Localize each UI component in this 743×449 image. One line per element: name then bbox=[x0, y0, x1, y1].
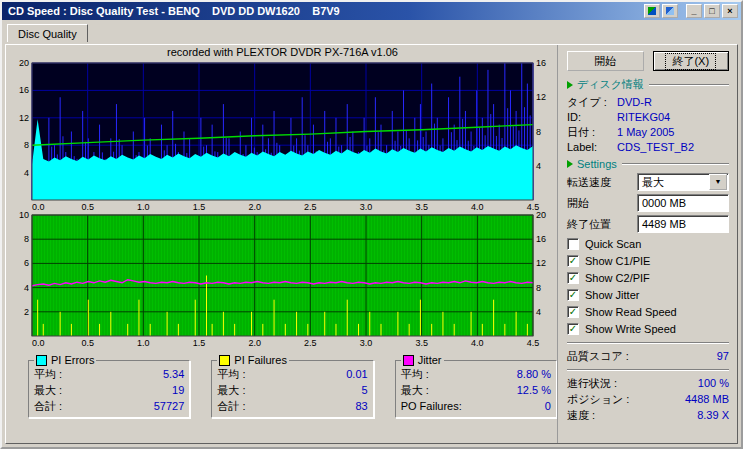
speed-row: 速度 :8.39 X bbox=[567, 407, 729, 423]
field-label: 進行状況 : bbox=[567, 375, 617, 391]
legend-row-total: 合計 :83 bbox=[217, 398, 367, 414]
section-arrow-icon bbox=[567, 81, 573, 89]
section-arrow-icon bbox=[567, 160, 573, 168]
checkbox-quick-scan[interactable]: Quick Scan bbox=[567, 236, 729, 252]
jitter-legend-box: Jitter 平均 :8.80 % 最大 :12.5 % PO Failures… bbox=[395, 354, 557, 418]
row-value: 0 bbox=[545, 398, 551, 414]
svg-text:4: 4 bbox=[24, 283, 29, 293]
legend-row-avg: 平均 :5.34 bbox=[34, 366, 184, 382]
tab-disc-quality[interactable]: Disc Quality bbox=[7, 24, 88, 42]
checkbox-icon[interactable]: ✓ bbox=[567, 289, 579, 301]
jitter-swatch bbox=[403, 355, 414, 366]
checkbox-icon[interactable]: ✓ bbox=[567, 272, 579, 284]
svg-text:4.5: 4.5 bbox=[527, 202, 540, 212]
start-position-row: 開始 0000 MB bbox=[567, 194, 729, 212]
field-value: 1 May 2005 bbox=[617, 125, 674, 140]
svg-text:0.5: 0.5 bbox=[81, 338, 94, 348]
titlebar[interactable]: CD Speed : Disc Quality Test - BENQ DVD … bbox=[2, 2, 741, 20]
speed-select-value: 最大 bbox=[638, 174, 709, 190]
svg-text:4: 4 bbox=[536, 307, 541, 317]
exit-button-label: 終了(X) bbox=[665, 53, 716, 70]
row-label: 最大 : bbox=[217, 382, 245, 398]
field-label: 終了位置 bbox=[567, 216, 611, 232]
speed-select[interactable]: 最大 ▼ bbox=[637, 173, 729, 191]
svg-text:4.0: 4.0 bbox=[471, 202, 484, 212]
divider bbox=[567, 342, 729, 344]
charts-column: recorded with PLEXTOR DVDR PX-716A v1.06… bbox=[6, 45, 557, 443]
window-title: CD Speed : Disc Quality Test - BENQ DVD … bbox=[5, 5, 642, 17]
settings-header: Settings bbox=[567, 158, 729, 170]
section-title: ディスク情報 bbox=[577, 77, 644, 92]
exit-button[interactable]: 終了(X) bbox=[653, 51, 730, 71]
close-icon: × bbox=[727, 6, 732, 16]
svg-text:8: 8 bbox=[24, 234, 29, 244]
checkbox-label: Show C2/PIF bbox=[585, 270, 650, 286]
pi-failures-swatch bbox=[219, 355, 230, 366]
checkbox-show-c1-pie[interactable]: ✓Show C1/PIE bbox=[567, 253, 729, 269]
legend-row-max: 最大 :19 bbox=[34, 382, 184, 398]
minimize-button[interactable]: _ bbox=[686, 4, 702, 18]
progress-row: 進行状況 :100 % bbox=[567, 375, 729, 391]
close-button[interactable]: × bbox=[722, 4, 738, 18]
checkbox-icon[interactable]: ✓ bbox=[567, 255, 579, 267]
pi-errors-swatch bbox=[36, 355, 47, 366]
row-label: 合計 : bbox=[34, 398, 62, 414]
row-value: 19 bbox=[172, 382, 184, 398]
checkbox-show-c2-pif[interactable]: ✓Show C2/PIF bbox=[567, 270, 729, 286]
divider bbox=[567, 369, 729, 371]
checkbox-icon[interactable]: ✓ bbox=[567, 323, 579, 335]
disc-label-row: Label:CDS_TEST_B2 bbox=[567, 140, 729, 155]
svg-text:1.0: 1.0 bbox=[137, 338, 150, 348]
field-label: 転送速度 bbox=[567, 174, 611, 190]
speed-value: 8.39 X bbox=[697, 407, 729, 423]
row-value: 8.80 % bbox=[517, 366, 551, 382]
row-value: 57727 bbox=[154, 398, 185, 414]
legend-title: PI Errors bbox=[51, 354, 94, 366]
end-position-input[interactable]: 4489 MB bbox=[637, 215, 729, 233]
row-label: PO Failures: bbox=[401, 398, 462, 414]
end-position-row: 終了位置 4489 MB bbox=[567, 215, 729, 233]
checkbox-show-write-speed[interactable]: ✓Show Write Speed bbox=[567, 321, 729, 337]
main-content: recorded with PLEXTOR DVDR PX-716A v1.06… bbox=[5, 44, 738, 444]
checkbox-icon[interactable] bbox=[567, 238, 579, 250]
maximize-icon: □ bbox=[709, 6, 714, 16]
legend-row-max: 最大 :12.5 % bbox=[401, 382, 551, 398]
start-button[interactable]: 開始 bbox=[567, 51, 644, 71]
row-value: 5 bbox=[362, 382, 368, 398]
position-row: ポジション :4488 MB bbox=[567, 391, 729, 407]
svg-text:3.5: 3.5 bbox=[415, 338, 428, 348]
legend-row-avg: 平均 :0.01 bbox=[217, 366, 367, 382]
svg-text:0.0: 0.0 bbox=[32, 202, 45, 212]
field-label: 速度 : bbox=[567, 407, 595, 423]
chevron-down-icon[interactable]: ▼ bbox=[709, 174, 727, 190]
quality-score-value: 97 bbox=[717, 348, 729, 364]
minimize-icon: _ bbox=[691, 6, 696, 16]
svg-text:4.5: 4.5 bbox=[527, 338, 540, 348]
maximize-button[interactable]: □ bbox=[704, 4, 720, 18]
svg-text:2: 2 bbox=[24, 307, 29, 317]
svg-text:4: 4 bbox=[536, 161, 541, 171]
svg-text:4.0: 4.0 bbox=[471, 338, 484, 348]
svg-text:2.5: 2.5 bbox=[304, 338, 317, 348]
checkbox-label: Show Jitter bbox=[585, 287, 639, 303]
start-position-input[interactable]: 0000 MB bbox=[637, 194, 729, 212]
pi-errors-chart: 481216204812160.00.51.01.52.02.53.03.54.… bbox=[8, 60, 553, 212]
checkbox-icon[interactable]: ✓ bbox=[567, 306, 579, 318]
field-label: 日付 : bbox=[567, 125, 617, 140]
field-value: RITEKG04 bbox=[617, 110, 670, 125]
legend-row-avg: 平均 :8.80 % bbox=[401, 366, 551, 382]
svg-text:3.0: 3.0 bbox=[360, 202, 373, 212]
checkbox-show-read-speed[interactable]: ✓Show Read Speed bbox=[567, 304, 729, 320]
save-graph-button[interactable] bbox=[662, 4, 678, 18]
svg-text:20: 20 bbox=[536, 212, 546, 220]
copy-graph-button[interactable] bbox=[644, 4, 660, 18]
row-value: 12.5 % bbox=[517, 382, 551, 398]
disk-icon bbox=[666, 7, 674, 15]
svg-text:16: 16 bbox=[536, 234, 546, 244]
legend-title: Jitter bbox=[418, 354, 442, 366]
svg-text:16: 16 bbox=[536, 60, 546, 68]
svg-text:1.5: 1.5 bbox=[193, 202, 206, 212]
svg-text:4: 4 bbox=[24, 168, 29, 178]
checkbox-show-jitter[interactable]: ✓Show Jitter bbox=[567, 287, 729, 303]
graph-icon bbox=[648, 7, 656, 15]
